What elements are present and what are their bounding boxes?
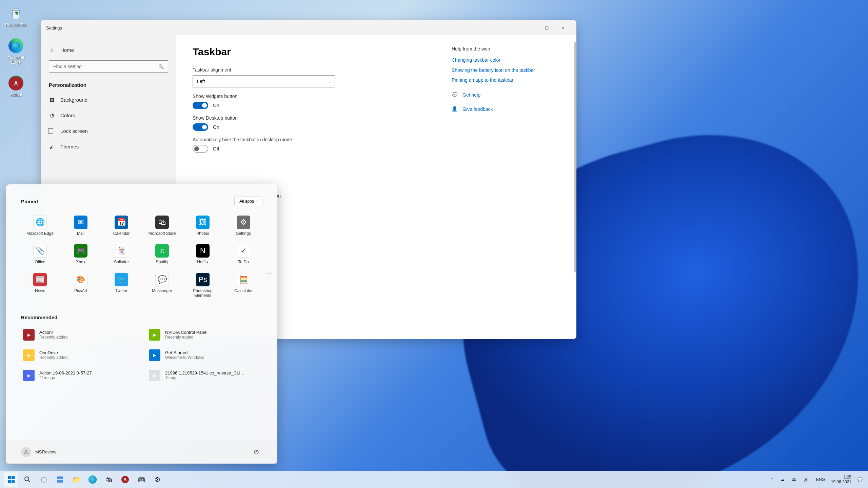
pinned-app[interactable]: 📰News [21,270,59,301]
desktop-icon-action[interactable]: A Action! [3,75,29,97]
language-indicator[interactable]: ENG [815,476,826,483]
power-button[interactable] [250,446,262,458]
app-label: Twitter [115,288,127,293]
help-link-pin[interactable]: Pinning an app to the taskbar [452,77,560,84]
pinned-app[interactable]: 🌐Microsoft Edge [21,213,59,239]
file-explorer-button[interactable]: 📁 [69,472,83,487]
recommended-item[interactable]: ▸Action!Recently added [21,327,137,343]
app-icon: 📰 [33,273,47,286]
store-icon: 🛍 [105,476,112,484]
app-label: Office [35,260,45,264]
notifications-button[interactable]: 💬 [856,476,864,483]
volume-tray-icon[interactable]: 🔊 [802,476,810,483]
app-label: Mail [77,231,84,236]
rec-title: Get Started [165,350,204,355]
chevron-right-icon: › [256,199,257,204]
recommended-item[interactable]: ▸Get StartedWelcome to Windows [147,347,262,363]
username: MSReview [35,449,56,454]
autohide-label: Automatically hide the taskbar in deskto… [193,137,431,142]
pinned-app[interactable]: NNetflix [184,241,222,267]
pinned-app[interactable]: 🎮Xbox [62,241,100,267]
widgets-toggle[interactable] [193,102,208,109]
recommended-item[interactable]: ▸OneDriveRecently added [21,347,137,363]
minimize-button[interactable]: — [522,20,538,35]
rec-icon: ▸ [23,349,35,361]
avatar-icon [21,447,31,457]
task-view-button[interactable]: ▢ [37,472,51,487]
pinned-app[interactable]: 🃏Solitaire [102,241,140,267]
give-feedback-link[interactable]: 👤Give feedback [452,106,560,112]
gear-icon: ⚙ [155,475,161,484]
pinned-app[interactable]: ✓To Do [224,241,262,267]
pinned-app[interactable]: 🧮Calculator [224,270,262,301]
folder-icon: 📁 [72,475,81,484]
nav-background[interactable]: 🖼Background [41,92,176,107]
pinned-app[interactable]: ✉Mail [62,213,100,239]
nav-lock-screen[interactable]: ⃞Lock screen [41,123,176,139]
recommended-item[interactable]: ▸21996.1.210529-1541.co_release_CLI...1h… [147,368,262,383]
search-button[interactable] [20,472,35,487]
widgets-button[interactable] [53,472,67,487]
pinned-app[interactable]: 🛍Microsoft Store [143,213,181,239]
pinned-app[interactable]: 📅Calendar [102,213,140,239]
desktop-btn-toggle[interactable] [193,123,208,131]
task-view-icon: ▢ [41,476,47,483]
pinned-app[interactable]: ⚙Settings [224,213,262,239]
xbox-taskbar-button[interactable]: 🎮 [134,472,149,487]
pinned-app[interactable]: 💬Messenger [143,270,181,301]
action-taskbar-button[interactable]: A [118,472,132,487]
window-title: Settings [46,25,62,30]
autohide-toggle[interactable] [193,145,208,152]
nav-colors[interactable]: ◔Colors [41,107,176,123]
app-icon: 🛍 [155,216,169,229]
desktop-icon-recycle-bin[interactable]: Recycle Bin [3,5,29,27]
alignment-dropdown[interactable]: Left ⌄ [193,75,335,87]
store-taskbar-button[interactable]: 🛍 [102,472,116,487]
network-tray-icon[interactable]: 🖧 [791,476,797,483]
pinned-header: Pinned All apps › [21,197,262,206]
recommended-header: Recommended [21,314,262,320]
scrollbar[interactable] [574,42,576,272]
search-input[interactable] [53,64,158,69]
all-apps-button[interactable]: All apps › [234,197,262,206]
app-icon: ✓ [237,244,250,258]
pinned-app[interactable]: PsPhotoshop Elements [184,270,222,301]
get-help-link[interactable]: 💬Get help [452,92,560,98]
home-icon: ⌂ [49,47,55,53]
user-account-button[interactable]: MSReview [21,447,56,457]
app-icon: 🐦 [115,273,128,286]
recommended-item[interactable]: ▸NVIDIA Control PanelRecently added [147,327,262,343]
onedrive-tray-icon[interactable]: ☁ [779,476,786,483]
nav-label: Lock screen [60,128,88,134]
settings-taskbar-button[interactable]: ⚙ [151,472,165,487]
pinned-app[interactable]: 📎Office [21,241,59,267]
desktop-icon-edge[interactable]: Microsoft Edge [3,38,29,65]
help-link-battery[interactable]: Showing the battery icon on the taskbar [452,67,560,74]
more-pages-button[interactable]: ⋮ [266,271,273,277]
pinned-app[interactable]: 🎨PicsArt [62,270,100,301]
rec-icon: ▸ [23,329,35,341]
edge-taskbar-button[interactable] [85,472,100,487]
rec-subtitle: Recently added [39,335,67,340]
pinned-app[interactable]: 🖼Photos [184,213,222,239]
app-icon: Ps [196,273,210,286]
clock-button[interactable]: 1:25 19.06.2021 [831,475,851,485]
nav-home[interactable]: ⌂ Home [41,42,176,58]
recommended-item[interactable]: ▸Action 19-06-2021 0-57-2721m ago [21,368,137,383]
maximize-button[interactable]: ▢ [538,20,555,35]
app-icon: 💬 [155,273,169,286]
help-link-color[interactable]: Changing taskbar color [452,57,560,64]
pinned-app[interactable]: 🐦Twitter [102,270,140,301]
nav-label: Background [60,97,87,103]
close-button[interactable]: ✕ [555,20,571,35]
app-icon: 📅 [115,216,128,229]
app-label: Messenger [152,288,172,293]
titlebar[interactable]: Settings — ▢ ✕ [41,20,576,35]
settings-search[interactable]: 🔍 [49,60,168,73]
start-button[interactable] [4,472,18,487]
nav-themes[interactable]: 🖌Themes [41,139,176,154]
pinned-app[interactable]: ♫Spotify [143,241,181,267]
tray-overflow-button[interactable]: ˄ [770,476,774,483]
rec-subtitle: 21m ago [39,375,92,380]
svg-point-1 [25,450,27,452]
